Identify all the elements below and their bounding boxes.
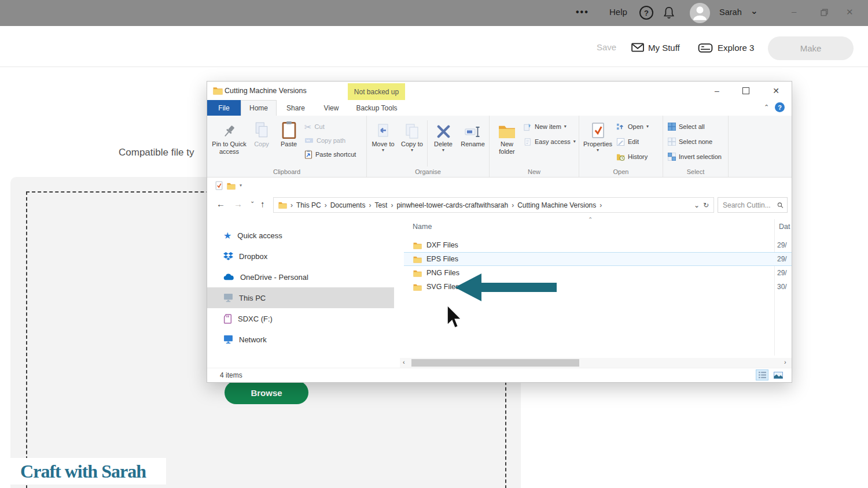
file-row-eps[interactable]: EPS Files 29/ [404, 252, 792, 266]
scrollbar-thumb[interactable] [411, 359, 579, 367]
window-close-button[interactable]: ✕ [846, 7, 854, 17]
paste-shortcut-button[interactable]: Paste shortcut [304, 148, 356, 161]
paste-button[interactable]: Paste [277, 119, 301, 148]
horizontal-scrollbar[interactable]: ‹ › [207, 358, 792, 368]
move-to-button[interactable]: Move to▾ [370, 119, 396, 153]
invert-selection-icon [668, 153, 676, 161]
back-button[interactable]: ← [216, 199, 225, 209]
edit-button[interactable]: Edit [616, 135, 649, 148]
tab-share[interactable]: Share [277, 100, 315, 116]
help-icon[interactable]: ? [639, 6, 653, 20]
copy-button[interactable]: Copy [250, 119, 273, 148]
address-dropdown-chevron-icon[interactable]: ⌄ [694, 201, 700, 209]
up-button[interactable]: ↑ [260, 199, 265, 209]
file-row-dxf[interactable]: DXF Files 29/ [404, 238, 792, 252]
breadcrumb-documents[interactable]: Documents [330, 201, 366, 209]
copy-to-button[interactable]: Copy to▾ [399, 119, 425, 153]
notifications-bell-icon[interactable] [663, 6, 675, 19]
forward-button[interactable]: → [234, 199, 242, 209]
scroll-right-icon[interactable]: › [784, 358, 786, 365]
select-all-button[interactable]: Select all [668, 120, 722, 133]
search-box[interactable] [718, 197, 788, 213]
person-icon [690, 3, 710, 23]
my-stuff-button[interactable]: My Stuff [648, 43, 680, 53]
thumbnails-view-button[interactable] [772, 369, 785, 380]
sidebar-item-this-pc[interactable]: This PC [207, 287, 394, 308]
select-none-button[interactable]: Select none [668, 135, 722, 148]
explorer-close-button[interactable]: ✕ [763, 86, 789, 95]
new-folder-button[interactable]: New folder [494, 119, 520, 155]
rename-icon [465, 119, 481, 139]
cut-button[interactable]: ✂ Cut [304, 120, 356, 133]
copy-path-icon [304, 137, 314, 144]
thumbnails-view-icon [774, 372, 783, 379]
delete-button[interactable]: Delete▾ [429, 119, 457, 153]
history-button[interactable]: History [616, 150, 649, 163]
folder-icon[interactable] [227, 182, 236, 190]
breadcrumb-cutting-machine-versions[interactable]: Cutting Machine Versions [517, 201, 596, 209]
explorer-minimize-button[interactable]: – [704, 86, 730, 95]
qat-customize-caret-icon[interactable]: ▾ [240, 183, 242, 188]
properties-quick-icon[interactable] [215, 181, 223, 190]
folder-icon [413, 256, 422, 263]
column-header-name[interactable]: Name [413, 223, 432, 231]
explorer-help-icon[interactable]: ? [775, 102, 785, 112]
browse-button[interactable]: Browse [225, 381, 308, 404]
sort-ascending-icon[interactable]: ⌃ [588, 216, 593, 223]
easy-access-button[interactable]: Easy access▾ [523, 135, 576, 148]
sidebar-item-dropbox[interactable]: Dropbox [207, 246, 394, 267]
not-backed-up-badge: Not backed up [348, 83, 405, 100]
address-box[interactable]: › This PC › Documents › Test › pinwheel-… [273, 197, 714, 213]
sidebar-item-onedrive[interactable]: OneDrive - Personal [207, 267, 394, 287]
explore-machine-button[interactable]: Explore 3 [718, 43, 754, 53]
folder-icon [413, 269, 422, 277]
machine-icon [698, 43, 713, 53]
sidebar-item-quick-access[interactable]: ★ Quick access [207, 225, 394, 246]
user-menu-chevron-icon[interactable]: ⌄ [751, 6, 758, 16]
properties-button[interactable]: Properties▾ [582, 119, 614, 153]
explorer-title-bar[interactable]: Cutting Machine Versions – ✕ [207, 82, 792, 100]
group-label-open: Open [579, 168, 663, 175]
explorer-window-title: Cutting Machine Versions [225, 87, 307, 95]
breadcrumb-test[interactable]: Test [374, 201, 387, 209]
overflow-menu-button[interactable]: ••• [576, 7, 589, 17]
ribbon-group-new: New folder New item▾ Easy access▾ New [490, 116, 579, 177]
breadcrumb-this-pc[interactable]: This PC [296, 201, 321, 209]
pin-to-quick-access-button[interactable]: Pin to Quick access [211, 119, 248, 155]
group-label-clipboard: Clipboard [207, 168, 366, 175]
tab-view[interactable]: View [315, 100, 348, 116]
new-item-icon [523, 123, 532, 131]
window-restore-button[interactable] [821, 9, 828, 16]
invert-selection-button[interactable]: Invert selection [668, 150, 722, 163]
sidebar-item-network[interactable]: Network [207, 329, 394, 350]
breadcrumb-project-folder[interactable]: pinwheel-tower-cards-craftwithsarah [396, 201, 508, 209]
column-header-date[interactable]: Dat [779, 223, 790, 231]
quick-access-toolbar: ▾ [207, 177, 792, 194]
scroll-left-icon[interactable]: ‹ [403, 358, 405, 365]
search-icon[interactable] [777, 201, 784, 209]
sidebar-item-sdxc-drive[interactable]: SDXC (F:) [207, 308, 394, 329]
tab-home[interactable]: Home [241, 100, 277, 116]
help-label[interactable]: Help [609, 7, 627, 17]
make-button[interactable]: Make [768, 36, 854, 60]
open-button[interactable]: Open▾ [616, 120, 649, 133]
explorer-maximize-button[interactable] [742, 87, 749, 96]
details-view-icon [758, 371, 767, 379]
refresh-icon[interactable]: ↻ [703, 201, 709, 209]
recent-locations-chevron-icon[interactable]: ⌄ [250, 198, 255, 204]
search-input[interactable] [722, 201, 777, 210]
user-name[interactable]: Sarah [719, 8, 742, 17]
new-item-button[interactable]: New item▾ [523, 120, 576, 133]
tab-file[interactable]: File [207, 100, 241, 116]
collapse-ribbon-icon[interactable]: ⌃ [764, 103, 769, 111]
delete-x-icon [436, 119, 451, 139]
copy-path-button[interactable]: Copy path [304, 134, 356, 147]
open-icon [616, 123, 625, 131]
avatar[interactable] [690, 3, 710, 23]
save-button[interactable]: Save [597, 42, 616, 52]
details-view-button[interactable] [756, 369, 768, 380]
rename-button[interactable]: Rename [458, 119, 487, 148]
breadcrumb-separator: › [512, 201, 514, 209]
tab-backup-tools[interactable]: Backup Tools [348, 100, 406, 116]
window-minimize-button[interactable]: – [792, 6, 796, 16]
